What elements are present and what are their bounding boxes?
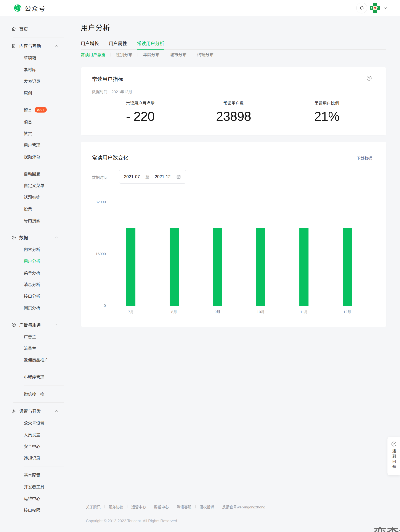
sidebar-item-label: 投票 [24,206,32,212]
date-range-start[interactable]: 2021-07 [124,174,140,179]
main-tabs: 用户增长用户属性常读用户分析 [81,40,386,50]
account-avatar[interactable] [370,3,380,13]
sidebar-item-label: 微信搜一搜 [24,391,44,397]
sidebar-group-divider [13,37,64,38]
sidebar-item-content-interaction-1[interactable]: 素材库 [0,63,64,75]
sidebar-item-label: 用户管理 [24,142,40,148]
sidebar-item-data-3[interactable]: 消息分析 [0,278,64,290]
footer-link-4[interactable]: 腾讯客服 [177,504,191,509]
help-button-label: 遇到问题 [391,449,397,470]
sidebar-item-content-interaction-13[interactable]: 话题标签 [0,191,64,203]
subtab-divider [111,53,111,57]
sidebar-item-content-interaction-11[interactable]: 自动回复 [0,168,64,179]
sidebar-section-settings-dev[interactable]: 设置与开发 [0,405,64,417]
sidebar-item-ads-services-4[interactable]: 小程序管理 [0,371,64,383]
bell-icon [359,5,365,11]
tab-1[interactable]: 用户属性 [109,40,127,46]
sidebar-item-content-interaction-0[interactable]: 草稿箱 [0,52,64,63]
sidebar-item-content-interaction-6[interactable]: 消息 [0,116,64,127]
footer-link-6[interactable]: 反馈官号weixingongzhong [222,504,265,509]
screen: 公众号 首页内容与互动草稿箱素材库发表记录原创留言999+消息赞赏用户管理视频弹… [0,0,400,532]
sidebar-item-label: 安全中心 [24,443,40,449]
sidebar-item-label: 返佣商品推广 [24,357,49,363]
sidebar-item-ads-services-6[interactable]: 微信搜一搜 [0,388,64,400]
sidebar-item-label: 号内搜索 [24,217,40,223]
sidebar-item-data-5[interactable]: 网页分析 [0,302,64,313]
sidebar-item-settings-dev-0[interactable]: 公众号设置 [0,417,64,429]
sidebar-section-ads-services[interactable]: 广告与服务 [0,319,64,330]
metric-value: - 220 [94,109,187,124]
sidebar-item-label: 接口分析 [24,293,40,299]
subtab-1[interactable]: 性别分布 [116,51,132,57]
page-title: 用户分析 [81,22,110,33]
footer-links: 关于腾讯服务协议运营中心辟谣中心腾讯客服侵权投诉反馈官号weixingongzh… [81,504,383,509]
sidebar-item-content-interaction-3[interactable]: 原创 [0,87,64,98]
notifications-button[interactable] [356,3,367,13]
sidebar-item-content-interaction-5[interactable]: 留言999+ [0,104,64,116]
chart-bar-2 [213,228,222,306]
chevron-down-icon[interactable] [383,6,388,10]
sidebar-section-data[interactable]: 数据 [0,232,64,243]
tab-0[interactable]: 用户增长 [81,40,99,46]
metric-1: 常读用户数23898 [187,100,280,124]
footer-link-1[interactable]: 服务协议 [109,504,123,509]
sidebar-item-content-interaction-9[interactable]: 视频弹幕 [0,151,64,162]
metric-label: 常读用户月净增 [94,100,187,106]
sidebar-item-ads-services-0[interactable]: 广告主 [0,330,64,342]
sidebar-item-data-2[interactable]: 菜单分析 [0,267,64,278]
sidebar-item-content-interaction-15[interactable]: 号内搜索 [0,215,64,226]
sidebar-item-settings-dev-3[interactable]: 违规记录 [0,452,64,464]
sidebar-section-content-interaction[interactable]: 内容与互动 [0,40,64,52]
sidebar-divider [24,368,64,368]
sidebar-item-settings-dev-8[interactable]: 接口权限 [0,504,64,516]
chevron-up-icon [55,235,58,239]
sidebar-item-settings-dev-5[interactable]: 基本配置 [0,469,64,481]
help-icon[interactable] [366,75,372,81]
bar-chart: 016000320007月8月9月10月11月12月 [109,202,369,306]
subtab-4[interactable]: 终端分布 [197,51,213,57]
sidebar-group-divider [13,402,64,403]
sidebar-group-divider [13,229,64,229]
x-axis-label-2: 9月 [215,309,220,314]
sidebar-section-home[interactable]: 首页 [0,23,64,35]
footer-link-2[interactable]: 运营中心 [131,504,146,509]
sidebar-item-label: 消息 [24,119,32,124]
subtab-0[interactable]: 常读用户总览 [81,51,105,57]
sidebar-item-label: 素材库 [24,66,36,72]
footer-link-divider [127,505,127,508]
sidebar-item-label: 留言 [24,107,32,113]
sidebar-item-settings-dev-1[interactable]: 人员设置 [0,429,64,440]
help-floating-button[interactable]: 遇到问题 [388,437,400,475]
sidebar-item-content-interaction-2[interactable]: 发表记录 [0,75,64,87]
chevron-up-icon [55,44,58,48]
sidebar-item-label: 内容分析 [24,246,40,252]
calendar-icon[interactable] [176,174,181,179]
footer-link-3[interactable]: 辟谣中心 [154,504,169,509]
sidebar-item-data-4[interactable]: 接口分析 [0,290,64,302]
page-body: 首页内容与互动草稿箱素材库发表记录原创留言999+消息赞赏用户管理视频弹幕自动回… [0,16,400,532]
subtab-3[interactable]: 城市分布 [170,51,187,57]
metrics-card: 常读用户指标 数据时间：2021年12月 常读用户月净增- 220常读用户数23… [81,67,386,135]
sidebar-item-content-interaction-12[interactable]: 自定义菜单 [0,179,64,191]
sidebar-item-settings-dev-2[interactable]: 安全中心 [0,440,64,452]
sidebar-item-ads-services-2[interactable]: 返佣商品推广 [0,354,64,366]
sidebar-item-content-interaction-7[interactable]: 赞赏 [0,127,64,139]
sidebar-item-ads-services-1[interactable]: 流量主 [0,342,64,354]
sidebar-item-label: 公众号设置 [24,420,44,426]
sidebar-item-label: 基本配置 [24,472,40,478]
sidebar-item-data-0[interactable]: 内容分析 [0,243,64,255]
subtab-2[interactable]: 年龄分布 [143,51,159,57]
date-range-end[interactable]: 2021-12 [155,174,170,179]
download-data-link[interactable]: 下载数据 [356,155,372,161]
sidebar-item-content-interaction-14[interactable]: 投票 [0,203,64,215]
date-range-picker[interactable]: 2021-07 至 2021-12 [119,170,186,184]
sidebar-item-settings-dev-6[interactable]: 开发者工具 [0,481,64,492]
tab-2[interactable]: 常读用户分析 [137,40,164,46]
footer-link-0[interactable]: 关于腾讯 [86,504,100,509]
footer-link-5[interactable]: 侵权投诉 [200,504,214,509]
sidebar-item-label: 发表记录 [24,78,40,84]
sidebar-item-settings-dev-7[interactable]: 运维中心 [0,492,64,504]
sidebar-item-data-1[interactable]: 用户分析 [0,255,64,267]
metric-label: 常读用户数 [187,100,280,106]
sidebar-item-content-interaction-8[interactable]: 用户管理 [0,139,64,151]
